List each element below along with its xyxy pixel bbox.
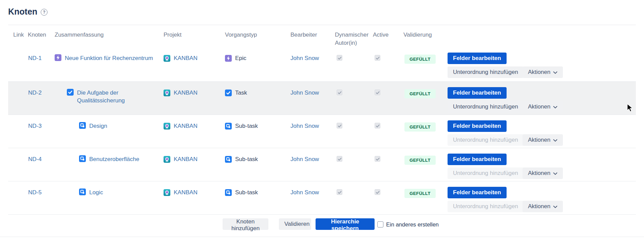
add-child-button-disabled: Unterordnung hinzufügen xyxy=(448,167,524,179)
table-row: ND-2 Die Aufgabe der Qualitätssicherung … xyxy=(8,82,636,115)
assignee-link[interactable]: John Snow xyxy=(290,123,319,129)
actions-label: Aktionen xyxy=(528,203,550,210)
add-child-button[interactable]: Unterordnung hinzufügen xyxy=(448,66,524,78)
summary-link[interactable]: Benutzeroberfläche xyxy=(89,155,139,163)
issue-type-cell: Task xyxy=(225,89,247,97)
project-link[interactable]: KANBAN xyxy=(174,54,197,62)
edit-fields-button[interactable]: Felder bearbeiten xyxy=(448,120,507,132)
actions-button[interactable]: Aktionen xyxy=(523,201,563,212)
table-row: ND-3 Design KANBAN Sub-task John Snow GE… xyxy=(8,115,636,148)
issue-type-label: Task xyxy=(235,89,247,97)
project-icon xyxy=(164,90,170,96)
column-header-bearbeiter: Bearbeiter xyxy=(290,31,317,39)
project-cell: KANBAN xyxy=(164,155,197,163)
actions-label: Aktionen xyxy=(528,69,550,76)
actions-label: Aktionen xyxy=(528,103,550,110)
validation-badge: GEFÜLLT xyxy=(404,55,436,64)
assignee-link[interactable]: John Snow xyxy=(290,189,319,196)
project-cell: KANBAN xyxy=(164,189,197,196)
add-node-button[interactable]: Knoten hinzufügen xyxy=(223,218,268,230)
node-key-link[interactable]: ND-5 xyxy=(28,189,42,196)
knoten-page: Knoten ? Link Knoten Zusammenfassung Pro… xyxy=(0,0,644,238)
dynamic-author-checkbox xyxy=(337,123,342,128)
subtask-icon xyxy=(79,189,86,195)
assignee-link[interactable]: John Snow xyxy=(290,55,319,61)
assignee-link[interactable]: John Snow xyxy=(290,156,319,162)
actions-button[interactable]: Aktionen xyxy=(523,167,563,179)
table-header: Link Knoten Zusammenfassung Projekt Vorg… xyxy=(8,25,636,48)
dynamic-author-checkbox xyxy=(337,55,342,61)
project-cell: KANBAN xyxy=(164,54,197,62)
add-child-button-disabled: Unterordnung hinzufügen xyxy=(448,134,524,146)
validation-badge: GEFÜLLT xyxy=(404,189,436,198)
project-cell: KANBAN xyxy=(164,122,197,130)
column-header-dynamischer-autor: Dynamischer Autor(in) xyxy=(335,31,373,47)
divider xyxy=(0,237,644,237)
subtask-icon xyxy=(79,122,86,129)
epic-icon xyxy=(55,54,61,61)
issue-type-label: Sub-task xyxy=(235,155,258,163)
validate-button[interactable]: Validieren xyxy=(279,218,311,230)
dynamic-author-checkbox xyxy=(337,189,342,195)
project-link[interactable]: KANBAN xyxy=(174,155,197,163)
task-icon xyxy=(225,90,232,96)
summary-link[interactable]: Die Aufgabe der Qualitätssicherung xyxy=(77,89,134,104)
edit-fields-button[interactable]: Felder bearbeiten xyxy=(448,154,507,165)
page-title: Knoten xyxy=(8,7,37,17)
column-header-zusammenfassung: Zusammenfassung xyxy=(55,31,104,39)
edit-fields-button[interactable]: Felder bearbeiten xyxy=(448,187,507,198)
active-checkbox xyxy=(375,189,380,195)
help-icon[interactable]: ? xyxy=(41,9,48,16)
summary-cell: Benutzeroberfläche xyxy=(79,155,139,163)
table-body: ND-1 Neue Funktion für Rechenzentrum KAN… xyxy=(8,47,636,215)
actions-button[interactable]: Aktionen xyxy=(523,66,563,78)
column-header-link: Link xyxy=(13,31,24,39)
chevron-down-icon xyxy=(553,106,557,109)
summary-link[interactable]: Neue Funktion für Rechenzentrum xyxy=(65,54,153,62)
column-header-validierung: Validierung xyxy=(403,31,432,39)
assignee-link[interactable]: John Snow xyxy=(290,90,319,96)
column-header-active: Active xyxy=(373,31,389,39)
actions-button[interactable]: Aktionen xyxy=(523,101,563,113)
project-link[interactable]: KANBAN xyxy=(174,122,197,130)
create-another-checkbox[interactable] xyxy=(377,221,383,227)
table-row: ND-4 Benutzeroberfläche KANBAN Sub-task … xyxy=(8,148,636,181)
summary-link[interactable]: Design xyxy=(89,122,107,130)
active-checkbox xyxy=(375,156,380,162)
epic-icon xyxy=(225,55,232,62)
save-hierarchy-button[interactable]: Hierarchie speichern xyxy=(316,218,375,230)
dynamic-author-checkbox xyxy=(337,90,342,95)
edit-fields-button[interactable]: Felder bearbeiten xyxy=(448,87,507,99)
issue-type-cell: Sub-task xyxy=(225,155,258,163)
summary-cell: Logic xyxy=(79,189,103,196)
project-icon xyxy=(164,189,170,196)
chevron-down-icon xyxy=(553,205,557,209)
actions-button[interactable]: Aktionen xyxy=(523,134,563,146)
issue-type-label: Epic xyxy=(235,54,246,62)
summary-link[interactable]: Logic xyxy=(89,189,103,196)
actions-label: Aktionen xyxy=(528,170,550,177)
active-checkbox xyxy=(375,55,380,61)
chevron-down-icon xyxy=(553,71,557,74)
issue-type-label: Sub-task xyxy=(235,122,258,130)
project-link[interactable]: KANBAN xyxy=(174,189,197,196)
node-key-link[interactable]: ND-2 xyxy=(28,89,42,97)
subtask-icon xyxy=(225,189,232,196)
column-header-vorgangstyp: Vorgangstyp xyxy=(225,31,257,39)
validation-badge: GEFÜLLT xyxy=(404,89,436,98)
issue-type-cell: Epic xyxy=(225,54,246,62)
create-another-label: Ein anderes erstellen xyxy=(386,221,439,228)
node-key-link[interactable]: ND-4 xyxy=(28,155,42,163)
issue-type-cell: Sub-task xyxy=(225,189,258,196)
actions-label: Aktionen xyxy=(528,137,550,143)
chevron-down-icon xyxy=(553,172,557,175)
issue-type-cell: Sub-task xyxy=(225,122,258,130)
active-checkbox xyxy=(375,123,380,128)
add-child-button[interactable]: Unterordnung hinzufügen xyxy=(448,101,524,113)
edit-fields-button[interactable]: Felder bearbeiten xyxy=(448,53,507,64)
project-link[interactable]: KANBAN xyxy=(174,89,197,97)
summary-cell: Design xyxy=(79,122,107,130)
subtask-icon xyxy=(225,123,232,130)
node-key-link[interactable]: ND-3 xyxy=(28,122,42,130)
node-key-link[interactable]: ND-1 xyxy=(28,54,42,62)
